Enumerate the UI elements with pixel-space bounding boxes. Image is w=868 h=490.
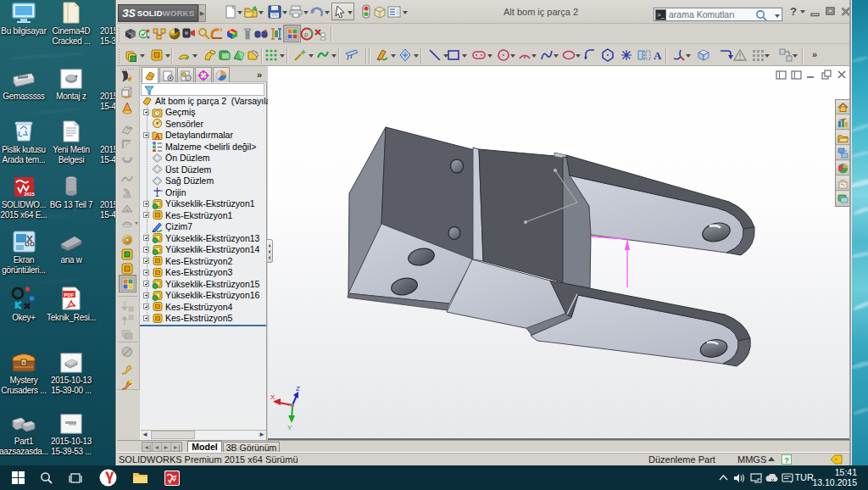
svg-text:p: p (304, 31, 309, 38)
svg-text:?: ? (784, 456, 789, 465)
svg-text:?: ? (264, 29, 267, 35)
svg-text:A: A (155, 131, 160, 140)
svg-text:Z: Z (296, 385, 300, 393)
svg-text:A: A (654, 49, 662, 62)
svg-text:Y: Y (287, 424, 292, 432)
svg-text:2015: 2015 (24, 192, 34, 197)
svg-text:PDF: PDF (64, 292, 75, 298)
svg-text:X: X (270, 393, 275, 401)
